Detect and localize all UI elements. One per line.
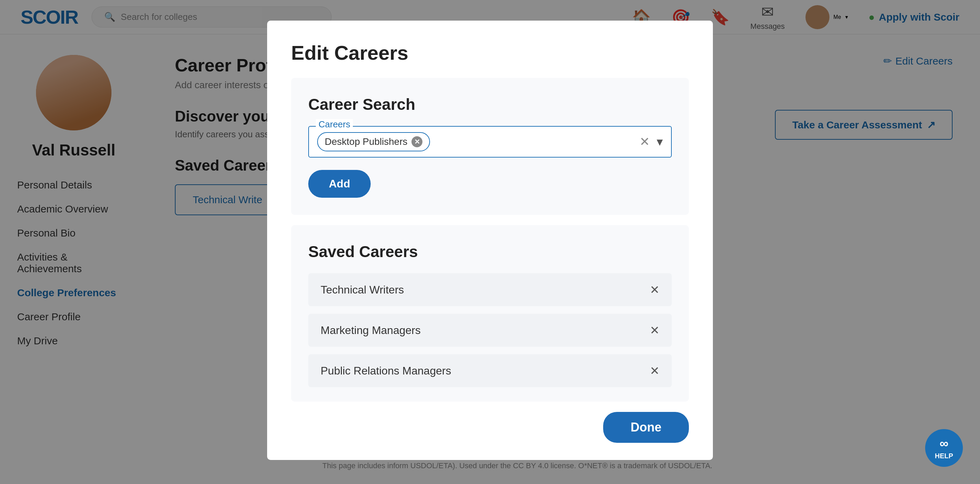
clear-input-icon[interactable]: ✕ — [640, 134, 650, 149]
saved-careers-section: Saved Careers Technical Writers ✕ Market… — [291, 225, 689, 402]
modal-overlay: Edit Careers Career Search Careers Deskt… — [0, 0, 980, 484]
help-infinity-icon: ∞ — [940, 436, 948, 451]
saved-careers-section-title: Saved Careers — [308, 242, 672, 261]
saved-career-item-1: Marketing Managers ✕ — [308, 314, 672, 347]
saved-career-item-2: Public Relations Managers ✕ — [308, 354, 672, 387]
help-button[interactable]: ∞ HELP — [925, 429, 963, 467]
careers-field-label: Careers — [316, 119, 353, 130]
desktop-publishers-tag: Desktop Publishers ✕ — [317, 132, 430, 152]
dropdown-arrow-icon[interactable]: ▾ — [657, 134, 663, 149]
modal-title: Edit Careers — [291, 41, 689, 64]
help-label: HELP — [935, 452, 953, 460]
remove-career-1-button[interactable]: ✕ — [650, 323, 659, 337]
tag-text: Desktop Publishers — [325, 136, 407, 147]
career-name-1: Marketing Managers — [321, 324, 421, 337]
remove-career-2-button[interactable]: ✕ — [650, 364, 659, 378]
career-name-2: Public Relations Managers — [321, 364, 451, 377]
career-name-0: Technical Writers — [321, 284, 404, 296]
done-button[interactable]: Done — [603, 412, 689, 443]
remove-career-0-button[interactable]: ✕ — [650, 283, 659, 297]
career-search-title: Career Search — [308, 95, 672, 113]
careers-input[interactable]: Careers Desktop Publishers ✕ ✕ ▾ — [308, 126, 672, 158]
edit-careers-modal: Edit Careers Career Search Careers Deskt… — [267, 21, 713, 460]
modal-footer: Done — [291, 402, 689, 460]
add-button[interactable]: Add — [308, 170, 371, 198]
career-search-section: Career Search Careers Desktop Publishers… — [291, 78, 689, 215]
input-actions: ✕ ▾ — [640, 134, 663, 149]
saved-career-item-0: Technical Writers ✕ — [308, 273, 672, 306]
remove-tag-button[interactable]: ✕ — [412, 136, 422, 147]
